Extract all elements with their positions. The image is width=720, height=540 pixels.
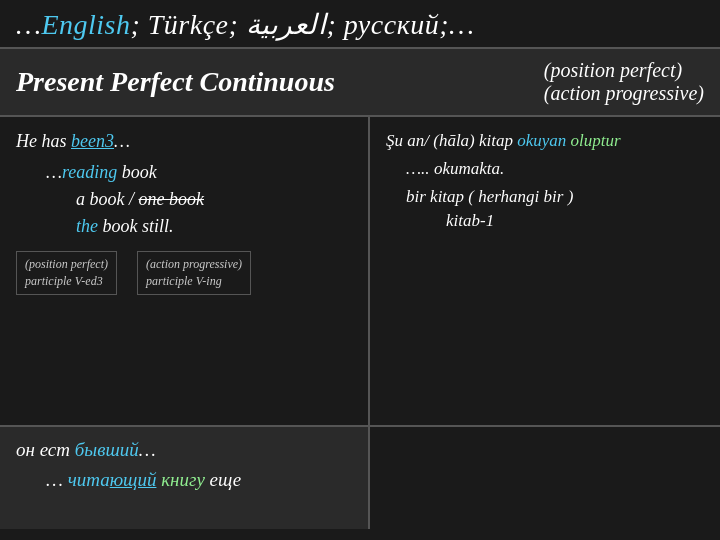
header-text: …English; Türkçe; العربية; русский;… xyxy=(16,9,474,40)
participle-box-2: (action progressive) participle V-ing xyxy=(137,251,251,295)
english-label: English xyxy=(41,9,130,40)
arabic-label: العربية xyxy=(246,9,327,40)
participle2-title: (action progressive) xyxy=(146,256,242,273)
turkce-label: Türkçe xyxy=(148,9,229,40)
participle1-sub: participle V-ed3 xyxy=(25,273,108,290)
kitab1-text: kitab-1 xyxy=(446,211,494,230)
participle1-title: (position perfect) xyxy=(25,256,108,273)
bir-kitap-line: bir kitap ( herhangi bir ) xyxy=(406,187,704,207)
book-suffix: book xyxy=(117,162,157,182)
su-an-text: Şu an/ (hāla) kitap xyxy=(386,131,517,150)
title-bar: Present Perfect Continuous (position per… xyxy=(0,49,720,117)
byvshiy-text: бывший xyxy=(75,439,139,460)
he-has-text: He has xyxy=(16,131,71,151)
left-panel: He has been3… …reading book a book / one… xyxy=(0,117,370,425)
bottom-right-panel xyxy=(370,427,720,529)
bottom-left-panel: он ест бывший… … читающий книгу еще xyxy=(0,427,370,529)
title-right: (position perfect) (action progressive) xyxy=(524,59,704,105)
okuyan-text: okuyan xyxy=(517,131,566,150)
page-title: Present Perfect Continuous xyxy=(16,66,335,98)
the-text: the xyxy=(76,216,98,236)
participle-box-1: (position perfect) participle V-ed3 xyxy=(16,251,117,295)
he-has-line: He has been3… xyxy=(16,131,352,152)
knigu-text: книгу xyxy=(161,469,205,490)
russian-ellipsis: … xyxy=(139,439,156,460)
su-an-line: Şu an/ (hāla) kitap okuyan oluptur xyxy=(386,131,704,151)
reading-line: …reading book xyxy=(46,162,352,183)
bottom-area: он ест бывший… … читающий книгу еще xyxy=(0,427,720,529)
chita-text: чита xyxy=(68,469,110,490)
right-panel: Şu an/ (hāla) kitap okuyan oluptur ….. o… xyxy=(370,117,720,425)
on-text: он ест xyxy=(16,439,75,460)
header-bar: …English; Türkçe; العربية; русский;… xyxy=(0,0,720,49)
book-word: book xyxy=(98,216,138,236)
been3-text: been3 xyxy=(71,131,114,151)
participle-section: (position perfect) participle V-ed3 (act… xyxy=(16,251,352,295)
the-book-line: the book still. xyxy=(76,216,352,237)
kitab-line: kitab-1 xyxy=(446,211,704,231)
reading-text: reading xyxy=(62,162,117,182)
content-area: He has been3… …reading book a book / one… xyxy=(0,117,720,427)
one-book-text: one book xyxy=(139,189,204,209)
ellipsis-1: … xyxy=(114,131,130,151)
bir-text: bir kitap ( herhangi bir ) xyxy=(406,187,573,206)
participle2-sub: participle V-ing xyxy=(146,273,242,290)
okumakta-text: okumakta. xyxy=(430,159,505,178)
book-line: a book / one book xyxy=(76,189,352,210)
russian-label: русский xyxy=(344,9,440,40)
oluptur-text: oluptur xyxy=(571,131,621,150)
position-perfect-label: (position perfect) xyxy=(544,59,704,82)
yushchiy-text: ющий xyxy=(110,469,157,490)
dots-text: ….. xyxy=(406,159,430,178)
still-text: still. xyxy=(138,216,174,236)
russian-line: он ест бывший… xyxy=(16,439,352,461)
eshche-text: еще xyxy=(205,469,241,490)
okumakta-line: ….. okumakta. xyxy=(406,159,704,179)
russian-reading-line: … читающий книгу еще xyxy=(46,469,352,491)
action-progressive-label: (action progressive) xyxy=(544,82,704,105)
